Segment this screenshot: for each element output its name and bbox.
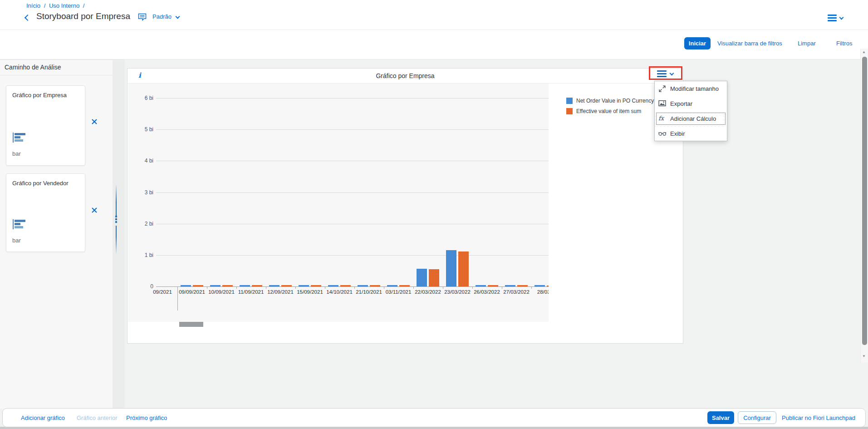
configurar-button[interactable]: Configurar xyxy=(738,411,776,424)
gridline xyxy=(156,286,549,287)
proximo-grafico-button[interactable]: Próximo gráfico xyxy=(126,414,167,421)
x-axis-tick xyxy=(207,286,207,289)
iniciar-button[interactable]: Iniciar xyxy=(684,37,711,49)
sidebar-splitter[interactable] xyxy=(113,59,125,409)
bar[interactable] xyxy=(358,285,368,286)
bar[interactable] xyxy=(535,285,545,286)
comment-icon[interactable] xyxy=(138,13,147,23)
x-axis-tick-label: 23/03/2022 xyxy=(442,289,472,295)
bar[interactable] xyxy=(252,285,262,286)
y-axis-tick-label: 3 bi xyxy=(128,189,153,196)
page-header: Início / Uso Interno / Storyboard por Em… xyxy=(0,0,868,30)
drag-handle-icon[interactable] xyxy=(115,216,118,226)
x-axis-tick xyxy=(236,286,237,289)
bar[interactable] xyxy=(281,285,292,286)
page-scrollbar-thumb[interactable] xyxy=(862,57,867,345)
bar[interactable] xyxy=(387,285,397,286)
x-axis-tick-label: 15/09/2021 xyxy=(295,289,325,295)
scroll-down-icon[interactable]: ▼ xyxy=(862,354,866,358)
chart-menu-icon[interactable] xyxy=(657,70,667,77)
x-axis-tick xyxy=(502,286,502,289)
x-axis-tick-label: 28/03/2 xyxy=(531,289,549,295)
filtros-button[interactable]: Filtros xyxy=(836,40,852,47)
chart-hscrollbar-thumb[interactable] xyxy=(179,322,203,327)
bar[interactable] xyxy=(311,285,321,286)
bar[interactable] xyxy=(458,251,469,286)
breadcrumb-separator: / xyxy=(83,2,85,9)
legend-swatch-orange xyxy=(566,108,573,114)
x-axis-tick-label: 14/10/2021 xyxy=(324,289,354,295)
analysis-card-empresa[interactable]: Gráfico por Empresa bar xyxy=(6,85,85,166)
bar[interactable] xyxy=(269,285,280,286)
x-axis-tick-label: 27/03/2022 xyxy=(501,289,531,295)
card-chart-type: bar xyxy=(12,150,21,157)
bar[interactable] xyxy=(210,285,221,286)
bar[interactable] xyxy=(222,285,233,286)
info-icon[interactable]: i xyxy=(138,71,141,79)
bar[interactable] xyxy=(299,285,309,286)
bar[interactable] xyxy=(488,285,498,286)
publicar-fiori-launchpad-button[interactable]: Publicar no Fiori Launchpad xyxy=(782,414,855,421)
legend-label: Net Order Value in PO Currency S xyxy=(576,98,659,104)
limpar-button[interactable]: Limpar xyxy=(798,40,816,47)
bar[interactable] xyxy=(547,286,549,286)
bar[interactable] xyxy=(328,285,338,286)
visualizar-barra-filtros-button[interactable]: Visualizar barra de filtros xyxy=(717,40,782,47)
bar[interactable] xyxy=(429,269,439,286)
x-axis-tick xyxy=(266,286,266,289)
x-axis-tick-label: 09/09/2021 xyxy=(177,289,207,295)
x-axis-tick xyxy=(295,286,296,289)
x-axis-tick xyxy=(354,286,355,289)
filter-toolbar: Iniciar Visualizar barra de filtros Limp… xyxy=(0,30,868,59)
adicionar-grafico-button[interactable]: Adicionar gráfico xyxy=(21,414,65,421)
page-scrollbar[interactable]: ▲ ▼ xyxy=(860,49,868,363)
breadcrumb-link-inicio[interactable]: Início xyxy=(26,2,40,9)
y-axis-tick-label: 4 bi xyxy=(128,158,153,164)
card-chart-type: bar xyxy=(12,237,21,244)
bar[interactable] xyxy=(476,285,486,286)
x-axis-tick-label: 26/03/2022 xyxy=(472,289,502,295)
x-axis-tick xyxy=(384,286,384,289)
breadcrumb-link-uso-interno[interactable]: Uso Interno xyxy=(49,2,79,9)
page-title: Storyboard por Empresa xyxy=(36,11,130,21)
bar[interactable] xyxy=(399,285,410,286)
plot-area[interactable]: 6 bi5 bi4 bi3 bi2 bi1 bi009/202109/09/20… xyxy=(128,84,549,322)
variant-selector[interactable]: Padrão xyxy=(152,13,172,20)
menu-item-exibir[interactable]: Exibir xyxy=(655,126,727,141)
x-axis-tick-label: 09/2021 xyxy=(147,289,177,295)
close-icon[interactable] xyxy=(91,118,99,127)
gridline xyxy=(156,129,549,130)
menu-item-label: Adicionar Cálculo xyxy=(670,115,716,122)
x-axis-tick-label: 10/09/2021 xyxy=(206,289,236,295)
header-menu-icon[interactable] xyxy=(828,15,837,21)
gridline xyxy=(156,192,549,193)
x-axis-tick xyxy=(443,286,443,289)
menu-item-modificar-tamanho[interactable]: Modificar tamanho xyxy=(655,81,727,96)
x-axis-tick xyxy=(472,286,473,289)
bar[interactable] xyxy=(370,285,380,286)
salvar-button[interactable]: Salvar xyxy=(707,411,734,424)
chevron-down-icon[interactable] xyxy=(176,15,180,19)
bar[interactable] xyxy=(505,285,515,286)
bar[interactable] xyxy=(517,285,528,286)
menu-item-adicionar-calculo[interactable]: fx Adicionar Cálculo xyxy=(655,111,727,126)
menu-item-exportar[interactable]: Exportar xyxy=(655,96,727,111)
analysis-card-vendedor[interactable]: Gráfico por Vendedor bar xyxy=(6,173,85,252)
bar[interactable] xyxy=(340,285,351,286)
bar[interactable] xyxy=(446,250,456,286)
gridline xyxy=(156,224,549,224)
close-icon[interactable] xyxy=(91,207,99,215)
back-icon[interactable] xyxy=(25,15,31,21)
menu-item-label: Exportar xyxy=(670,100,692,107)
bar-chart-icon xyxy=(13,133,25,143)
y-axis-tick-label: 5 bi xyxy=(128,126,153,133)
bar[interactable] xyxy=(240,285,250,286)
scroll-up-icon[interactable]: ▲ xyxy=(862,50,866,54)
bar[interactable] xyxy=(181,285,191,286)
chevron-down-icon[interactable] xyxy=(839,15,844,20)
y-axis-tick-label: 0 xyxy=(128,283,153,290)
chart-dropdown-menu: Modificar tamanho Exportar fx Adicionar … xyxy=(654,81,727,141)
gridline xyxy=(156,98,549,99)
bar[interactable] xyxy=(417,269,427,286)
bar[interactable] xyxy=(193,285,203,286)
